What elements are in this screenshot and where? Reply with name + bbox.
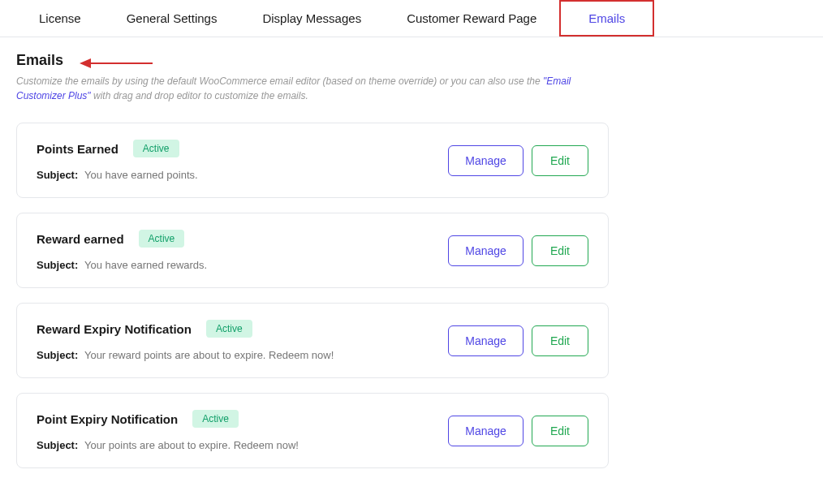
card-subject: Subject: You have earned points. — [37, 169, 448, 181]
card-subject: Subject: Your points are about to expire… — [37, 439, 448, 451]
card-title-row: Points Earned Active — [37, 140, 448, 157]
card-actions: Manage Edit — [448, 325, 588, 356]
card-title-row: Reward earned Active — [37, 230, 448, 248]
subject-value: Your points are about to expire. Redeem … — [84, 439, 299, 451]
card-title-row: Point Expiry Notification Active — [37, 410, 448, 428]
subject-label: Subject: — [37, 439, 78, 451]
manage-button[interactable]: Manage — [448, 325, 524, 356]
subject-label: Subject: — [37, 169, 78, 181]
subject-value: You have earned points. — [84, 169, 198, 181]
card-left: Points Earned Active Subject: You have e… — [37, 140, 448, 181]
card-actions: Manage Edit — [448, 235, 588, 266]
tab-general-settings[interactable]: General Settings — [104, 0, 240, 37]
tabs-nav: License General Settings Display Message… — [0, 0, 823, 37]
page-title: Emails — [16, 52, 63, 69]
edit-button[interactable]: Edit — [532, 235, 588, 266]
status-badge: Active — [192, 410, 239, 428]
tab-display-messages[interactable]: Display Messages — [239, 0, 384, 37]
card-title: Reward earned — [37, 232, 124, 246]
tab-license[interactable]: License — [16, 0, 104, 37]
manage-button[interactable]: Manage — [448, 145, 524, 176]
email-card-reward-expiry: Reward Expiry Notification Active Subjec… — [16, 303, 609, 378]
arrow-annotation-icon — [80, 57, 153, 70]
card-title-row: Reward Expiry Notification Active — [37, 320, 448, 338]
card-title: Reward Expiry Notification — [37, 322, 192, 336]
tab-customer-reward-page[interactable]: Customer Reward Page — [384, 0, 559, 37]
subject-value: Your reward points are about to expire. … — [84, 349, 334, 361]
email-card-points-earned: Points Earned Active Subject: You have e… — [16, 123, 609, 198]
svg-marker-1 — [80, 58, 91, 68]
email-card-reward-earned: Reward earned Active Subject: You have e… — [16, 213, 609, 288]
subject-label: Subject: — [37, 349, 78, 361]
card-actions: Manage Edit — [448, 145, 588, 176]
page-header: Emails Customize the emails by using the… — [16, 52, 617, 103]
manage-button[interactable]: Manage — [448, 235, 524, 266]
subject-value: You have earned rewards. — [84, 259, 207, 271]
manage-button[interactable]: Manage — [448, 416, 524, 446]
card-subject: Subject: Your reward points are about to… — [37, 349, 448, 361]
content-area: Emails Customize the emails by using the… — [0, 37, 823, 498]
email-card-point-expiry: Point Expiry Notification Active Subject… — [16, 393, 609, 468]
card-left: Reward Expiry Notification Active Subjec… — [37, 320, 448, 361]
card-subject: Subject: You have earned rewards. — [37, 259, 448, 271]
subject-label: Subject: — [37, 259, 78, 271]
card-left: Reward earned Active Subject: You have e… — [37, 230, 448, 271]
edit-button[interactable]: Edit — [532, 325, 588, 356]
card-left: Point Expiry Notification Active Subject… — [37, 410, 448, 451]
page-desc-before: Customize the emails by using the defaul… — [16, 75, 543, 87]
card-title: Point Expiry Notification — [37, 412, 178, 426]
status-badge: Active — [206, 320, 252, 338]
edit-button[interactable]: Edit — [532, 416, 588, 446]
status-badge: Active — [139, 230, 185, 248]
card-title: Points Earned — [37, 142, 118, 156]
tab-emails[interactable]: Emails — [559, 0, 654, 37]
page-desc-after: with drag and drop editor to customize t… — [91, 90, 308, 101]
page-description: Customize the emails by using the defaul… — [16, 74, 617, 103]
edit-button[interactable]: Edit — [532, 145, 588, 176]
status-badge: Active — [133, 140, 179, 157]
card-actions: Manage Edit — [448, 416, 588, 446]
